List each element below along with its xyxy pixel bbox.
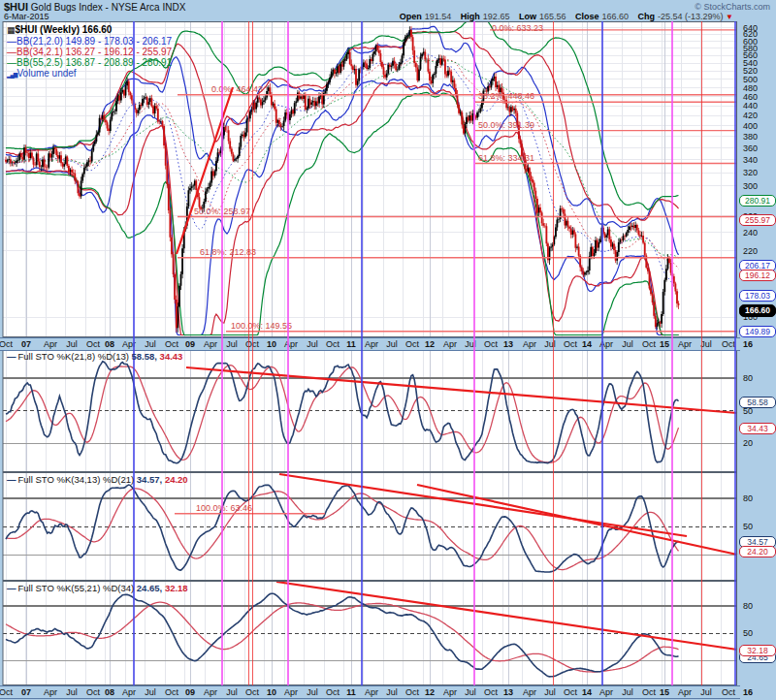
- y-axis-tick: 220: [743, 246, 758, 256]
- y-axis-tick: 360: [743, 143, 758, 153]
- date-label: 11: [346, 339, 356, 349]
- y-axis-tick: 380: [743, 132, 758, 142]
- sto-badge-32.18: 32.18: [739, 645, 776, 656]
- date-label: Oct: [564, 687, 577, 697]
- date-label: 10: [267, 339, 276, 349]
- date-label: Oct: [326, 339, 340, 349]
- sto-k-value: 58.58,: [132, 351, 160, 362]
- date-label: Apr: [204, 339, 217, 349]
- date-label: 16: [743, 339, 753, 349]
- date-label: Jul: [145, 339, 156, 349]
- date-label: Apr: [443, 687, 457, 697]
- legend-row: ▦$HUI (Weekly) 166.60: [7, 24, 172, 36]
- annotation-vline-red: [553, 21, 554, 685]
- date-label: Apr: [443, 339, 457, 349]
- date-label: 07: [21, 687, 31, 697]
- chg-label: Chg: [638, 12, 656, 21]
- annotation-vline-magenta: [221, 21, 223, 685]
- price-badge-178.03: 178.03: [739, 290, 776, 302]
- date-label: Oct: [405, 339, 419, 349]
- date-label: 14: [582, 339, 592, 349]
- line-swatch: —: [7, 47, 16, 57]
- chart-header: $HUI Gold Bugs Index - NYSE Arca INDX © …: [0, 0, 776, 21]
- legend-row: —BB(34,2.1) 136.27 - 196.12 - 255.97: [7, 47, 172, 57]
- legend-row: ▂▄▆Volume undef: [7, 68, 172, 80]
- line-swatch: —: [7, 583, 16, 593]
- date-label: Jul: [66, 339, 78, 349]
- date-label: Jul: [622, 339, 633, 349]
- stochastic-panel-2: 100.0%: 63.46: [0, 472, 740, 581]
- date-label: 08: [105, 339, 114, 349]
- stochastic-panel-3: [0, 581, 740, 685]
- annotation-vline-red: [248, 21, 249, 685]
- open-value: 191.54: [425, 12, 452, 21]
- sto-tick: 80: [743, 373, 753, 383]
- low-value: 165.56: [539, 12, 566, 21]
- date-label: Oct: [86, 339, 100, 349]
- fib-label: 100.0%: 149.55: [231, 321, 292, 331]
- chart-icon: ▦: [7, 25, 16, 35]
- stockcharts-credit: © StockCharts.com: [695, 2, 770, 12]
- fib-label: 61.8%: 334.31: [478, 153, 534, 163]
- date-label: Apr: [44, 687, 57, 697]
- date-label: Apr: [284, 687, 298, 697]
- date-label: 10: [267, 687, 276, 697]
- date-label: 15: [660, 339, 669, 349]
- sto-legend-3: —Full STO %K(55,21) %D(34) 24.65, 32.18: [7, 583, 188, 593]
- sto-tick: 80: [743, 601, 753, 611]
- legend-text: BB(55,2.5) 136.87 - 208.89 - 280.91: [16, 57, 172, 68]
- sto-tick: 80: [743, 493, 753, 503]
- line-swatch: —: [7, 351, 16, 362]
- date-label: Oct: [86, 687, 100, 697]
- annotation-vline-magenta: [473, 21, 475, 685]
- date-label: Oct: [245, 687, 259, 697]
- date-label: Jul: [145, 687, 156, 697]
- date-label: 12: [425, 687, 435, 697]
- fib-label: 0.0%: 633.23: [492, 23, 543, 33]
- date-label: Apr: [678, 339, 692, 349]
- price-badge-149.89: 149.89: [739, 326, 776, 337]
- legend-text: Volume undef: [16, 68, 76, 79]
- stockcharts-weekly-chart: $HUI Gold Bugs Index - NYSE Arca INDX © …: [0, 0, 776, 700]
- y-axis-tick: 420: [743, 111, 758, 120]
- y-axis-tick: 400: [743, 121, 758, 131]
- annotation-vline-blue: [734, 21, 736, 685]
- open-label: Open: [400, 12, 422, 21]
- fib-label: 100.0%: 63.46: [196, 503, 252, 513]
- date-label: 07: [21, 339, 31, 349]
- sto-badge-24.20: 24.20: [739, 546, 776, 557]
- close-value: 166.60: [601, 12, 629, 21]
- legend-text: BB(21,2.0) 149.89 - 178.03 - 206.17: [16, 36, 172, 47]
- date-label: Oct: [0, 339, 13, 349]
- date-label: 12: [425, 339, 435, 349]
- sto-k-value: 34.57,: [137, 474, 165, 485]
- sto-badge-58.58: 58.58: [739, 397, 776, 408]
- annotation-vline-blue: [601, 21, 603, 685]
- date-label: Oct: [564, 339, 577, 349]
- date-label: Apr: [204, 687, 217, 697]
- date-label: Jul: [622, 687, 633, 697]
- date-label: Oct: [484, 339, 498, 349]
- date-label: Apr: [44, 339, 57, 349]
- date-label: Oct: [642, 687, 656, 697]
- line-swatch: —: [7, 57, 16, 68]
- volume-icon: ▂▄▆: [7, 72, 16, 78]
- fib-label: 50.0%: 391.39: [478, 120, 534, 130]
- legend-text: $HUI (Weekly) 166.60: [16, 24, 113, 35]
- title-row: $HUI Gold Bugs Index - NYSE Arca INDX © …: [4, 1, 772, 12]
- sto-k-value: 24.65,: [137, 583, 165, 593]
- y-axis-tick: 240: [743, 228, 758, 238]
- sto-title: Full STO %K(21,8) %D(13): [18, 351, 132, 362]
- legend-text: BB(34,2.1) 136.27 - 196.12 - 255.97: [16, 47, 172, 57]
- date-label: Oct: [722, 687, 735, 697]
- sto-d-value: 34.43: [160, 351, 183, 362]
- close-label: Close: [575, 12, 599, 21]
- line-swatch: —: [7, 474, 16, 485]
- date-label: 11: [346, 687, 356, 697]
- fib-label: 0.0%: 464.43: [211, 84, 263, 94]
- date-label: 09: [185, 687, 195, 697]
- chart-date: 6-Mar-2015: [4, 12, 49, 21]
- chg-value: -25.54 (-13.29%): [658, 12, 724, 21]
- fib-label: 38.2%: 448.46: [478, 91, 534, 101]
- high-value: 192.65: [483, 12, 510, 21]
